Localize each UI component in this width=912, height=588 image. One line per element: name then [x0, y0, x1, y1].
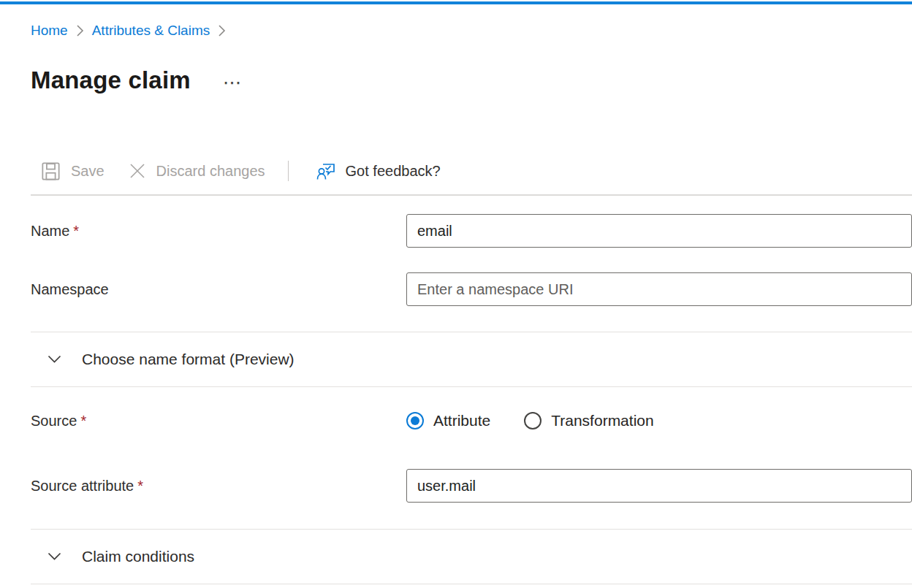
save-button-label: Save: [71, 163, 104, 180]
claim-conditions-section-header[interactable]: Claim conditions: [31, 530, 912, 584]
namespace-field-row: Namespace: [31, 272, 912, 306]
required-asterisk: *: [73, 223, 79, 239]
command-bar-divider: [31, 194, 912, 196]
source-radio-group: Attribute Transformation: [406, 412, 688, 429]
got-feedback-label: Got feedback?: [346, 163, 441, 180]
window-top-accent-bar: [0, 1, 912, 4]
name-field-label: Name*: [31, 223, 406, 240]
source-field-label: Source*: [31, 413, 406, 429]
source-attribute-field-row: Source attribute*: [31, 469, 912, 503]
got-feedback-button[interactable]: Got feedback?: [316, 161, 441, 181]
radio-unselected-icon: [524, 412, 542, 429]
choose-name-format-section-header[interactable]: Choose name format (Preview): [31, 332, 912, 386]
section-divider: [31, 584, 912, 584]
save-icon: [40, 161, 61, 182]
chevron-right-icon: [76, 24, 84, 37]
radio-transformation-label: Transformation: [551, 412, 653, 429]
page-header: Manage claim ⋯: [31, 64, 912, 96]
source-attribute-input[interactable]: [406, 469, 912, 503]
breadcrumb: Home Attributes & Claims: [31, 0, 912, 39]
manage-claim-panel: Home Attributes & Claims Manage claim ⋯: [0, 0, 912, 584]
radio-attribute-label: Attribute: [433, 412, 490, 429]
command-bar: Save Discard changes: [31, 155, 912, 187]
chevron-right-icon: [218, 24, 226, 37]
radio-transformation[interactable]: Transformation: [524, 412, 653, 429]
save-button[interactable]: Save: [40, 161, 104, 182]
namespace-field-label: Namespace: [31, 281, 406, 298]
section-label: Claim conditions: [82, 548, 194, 565]
namespace-input[interactable]: [406, 272, 912, 306]
radio-attribute[interactable]: Attribute: [406, 412, 490, 429]
toolbar-divider: [288, 161, 289, 181]
page-title: Manage claim: [31, 66, 191, 94]
required-asterisk: *: [80, 413, 86, 429]
name-field-row: Name*: [31, 214, 912, 248]
section-label: Choose name format (Preview): [82, 351, 294, 368]
source-field-row: Source* Attribute Transformation: [31, 408, 912, 434]
close-icon: [128, 161, 147, 180]
required-asterisk: *: [137, 478, 143, 494]
discard-changes-label: Discard changes: [156, 163, 265, 180]
source-attribute-field-label: Source attribute*: [31, 478, 406, 495]
feedback-icon: [316, 161, 336, 181]
breadcrumb-home-link[interactable]: Home: [31, 22, 68, 39]
name-input[interactable]: [406, 214, 912, 248]
discard-changes-button[interactable]: Discard changes: [128, 161, 265, 180]
chevron-down-icon: [48, 552, 61, 561]
section-divider: [31, 386, 912, 387]
radio-selected-icon: [406, 412, 424, 429]
breadcrumb-attributes-claims-link[interactable]: Attributes & Claims: [92, 22, 210, 39]
chevron-down-icon: [48, 355, 61, 364]
ellipsis-icon[interactable]: ⋯: [223, 75, 243, 90]
